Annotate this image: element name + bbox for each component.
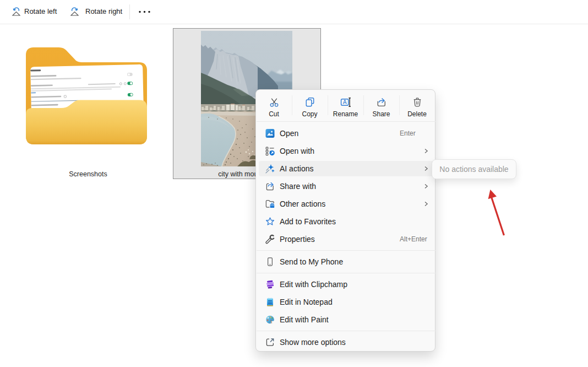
svg-text:A: A bbox=[342, 99, 346, 105]
